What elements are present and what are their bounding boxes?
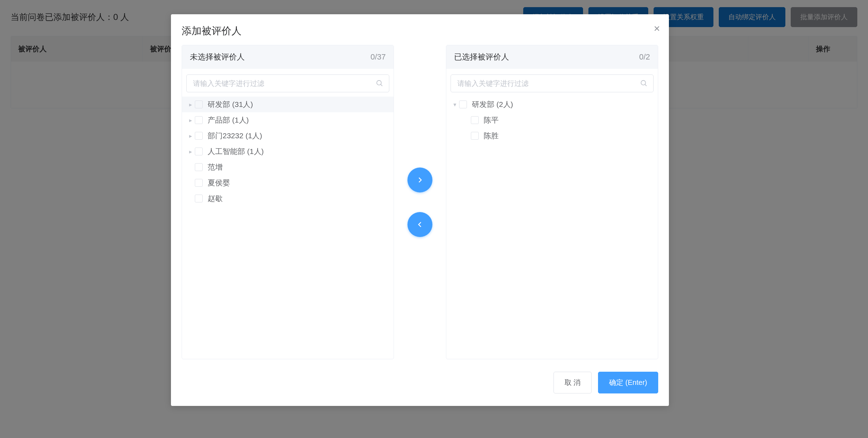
selected-header: 已选择被评价人 0/2 [446,45,658,69]
confirm-button[interactable]: 确定 (Enter) [598,372,658,393]
move-right-button[interactable] [407,168,432,192]
chevron-right-icon[interactable]: ▸ [186,101,195,108]
tree-node-label: 研发部 (31人) [208,99,253,109]
tree-node-label: 夏侯婴 [208,178,230,188]
selected-tree[interactable]: ▾研发部 (2人)▸陈平▸陈胜 [446,95,658,359]
tree-node[interactable]: ▸陈胜 [446,128,658,144]
selected-panel: 已选择被评价人 0/2 ▾研发部 (2人)▸陈平▸陈胜 [446,45,658,359]
tree-node-label: 人工智能部 (1人) [208,146,264,156]
tree-node-label: 部门23232 (1人) [208,131,262,141]
close-icon[interactable]: × [654,23,660,34]
chevron-down-icon[interactable]: ▾ [451,101,459,108]
transfer: 未选择被评价人 0/37 ▸研发部 (31人)▸产品部 (1人)▸部门23232… [182,45,658,359]
dialog-body: 未选择被评价人 0/37 ▸研发部 (31人)▸产品部 (1人)▸部门23232… [171,45,669,363]
tree-node[interactable]: ▸陈平 [446,112,658,128]
tree-node[interactable]: ▸人工智能部 (1人) [182,144,394,159]
tree-node[interactable]: ▸部门23232 (1人) [182,128,394,144]
unselected-tree[interactable]: ▸研发部 (31人)▸产品部 (1人)▸部门23232 (1人)▸人工智能部 (… [182,95,394,359]
checkbox[interactable] [195,163,203,171]
tree-node[interactable]: ▸范增 [182,159,394,175]
tree-node-label: 研发部 (2人) [472,99,513,109]
unselected-panel: 未选择被评价人 0/37 ▸研发部 (31人)▸产品部 (1人)▸部门23232… [182,45,394,359]
dialog-footer: 取 消 确定 (Enter) [171,363,669,406]
dialog-header: 添加被评价人 × [171,14,669,45]
chevron-right-icon[interactable]: ▸ [186,133,195,139]
chevron-right-icon[interactable]: ▸ [186,148,195,155]
checkbox[interactable] [195,148,203,155]
chevron-right-icon[interactable]: ▸ [186,117,195,124]
tree-node[interactable]: ▸研发部 (31人) [182,97,394,112]
tree-node-label: 陈胜 [484,131,499,141]
dialog-title: 添加被评价人 [182,24,658,38]
selected-filter [446,69,658,95]
selected-count: 0/2 [639,52,650,62]
tree-node[interactable]: ▸产品部 (1人) [182,112,394,128]
tree-node[interactable]: ▾研发部 (2人) [446,97,658,112]
add-evaluee-dialog: 添加被评价人 × 未选择被评价人 0/37 ▸研发部 (31 [171,14,669,406]
unselected-filter-input[interactable] [186,74,389,92]
tree-node-label: 范增 [208,162,223,172]
tree-node[interactable]: ▸赵歇 [182,191,394,206]
move-left-button[interactable] [407,212,432,237]
selected-filter-input[interactable] [451,74,654,92]
checkbox[interactable] [459,101,467,108]
transfer-buttons [401,168,439,237]
checkbox[interactable] [471,116,479,124]
tree-node-label: 陈平 [484,115,499,125]
checkbox[interactable] [195,179,203,187]
unselected-count: 0/37 [370,52,386,62]
checkbox[interactable] [195,101,203,108]
unselected-header: 未选择被评价人 0/37 [182,45,394,69]
checkbox[interactable] [195,132,203,140]
checkbox[interactable] [195,195,203,202]
tree-node[interactable]: ▸夏侯婴 [182,175,394,191]
tree-node-label: 产品部 (1人) [208,115,249,125]
cancel-button[interactable]: 取 消 [553,372,592,393]
selected-title: 已选择被评价人 [454,52,509,62]
unselected-filter [182,69,394,95]
checkbox[interactable] [195,116,203,124]
unselected-title: 未选择被评价人 [190,52,245,62]
tree-node-label: 赵歇 [208,194,223,203]
checkbox[interactable] [471,132,479,140]
